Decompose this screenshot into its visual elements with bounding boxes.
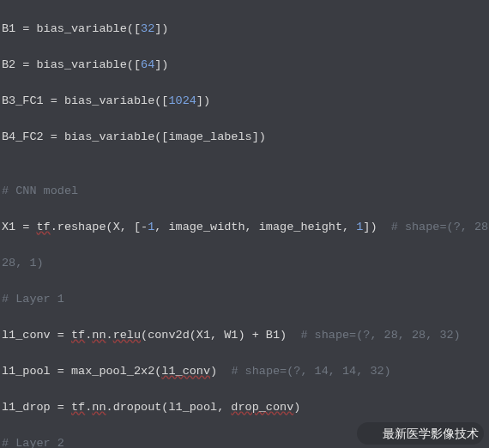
code-line: 28, 1) xyxy=(0,254,489,272)
code-line: l1_conv = tf.nn.relu(conv2d(X1, W1) + B1… xyxy=(0,326,489,344)
code-editor[interactable]: B1 = bias_variable([32]) B2 = bias_varia… xyxy=(0,0,489,448)
code-line: # Layer 1 xyxy=(0,290,489,308)
code-line: X1 = tf.reshape(X, [-1, image_width, ima… xyxy=(0,218,489,236)
watermark-label: 最新医学影像技术 xyxy=(383,425,479,443)
wechat-icon xyxy=(359,424,377,443)
code-line: B4_FC2 = bias_variable([image_labels]) xyxy=(0,128,489,146)
code-line: l1_drop = tf.nn.dropout(l1_pool, drop_co… xyxy=(0,398,489,416)
code-line: B1 = bias_variable([32]) xyxy=(0,20,489,38)
code-line: B3_FC1 = bias_variable([1024]) xyxy=(0,92,489,110)
wechat-watermark: 最新医学影像技术 xyxy=(357,422,484,445)
code-line: # CNN model xyxy=(0,182,489,200)
code-line: l1_pool = max_pool_2x2(l1_conv) # shape=… xyxy=(0,362,489,380)
code-line: B2 = bias_variable([64]) xyxy=(0,56,489,74)
